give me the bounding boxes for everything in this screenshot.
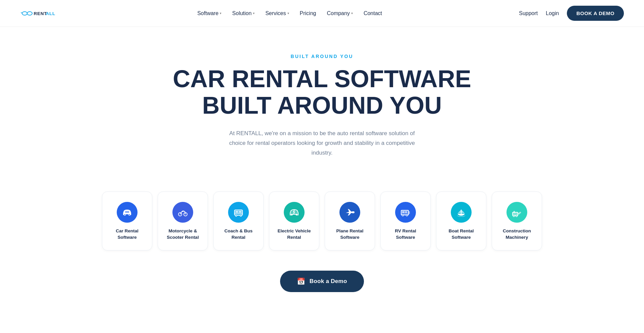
nav-login[interactable]: Login [546, 10, 559, 16]
card-boat[interactable]: Boat Rental Software [436, 191, 486, 251]
svg-point-31 [402, 215, 404, 216]
hero-tag: BUILT AROUND YOU [20, 54, 624, 59]
svg-rect-13 [234, 210, 243, 215]
svg-point-39 [516, 216, 517, 217]
card-moto[interactable]: Motorcycle & Scooter Rental [158, 191, 208, 251]
card-car-rental[interactable]: Car Rental Software [102, 191, 152, 251]
nav-company[interactable]: Company ▾ [327, 10, 353, 16]
ev-icon [284, 202, 305, 223]
card-construction[interactable]: Construction Machinery [492, 191, 542, 251]
svg-point-12 [182, 211, 183, 212]
svg-text:ALL: ALL [46, 11, 56, 16]
car-icon [117, 202, 138, 223]
svg-point-10 [178, 213, 182, 216]
nav-contact[interactable]: Contact [364, 10, 382, 16]
nav-links: Software ▾ Solution ▾ Services ▾ Pricing… [197, 10, 382, 16]
hero-section: BUILT AROUND YOU CAR RENTAL SOFTWARE BUI… [0, 27, 644, 191]
svg-text:RENT: RENT [34, 11, 47, 16]
chevron-down-icon: ▾ [253, 11, 255, 15]
card-boat-label: Boat Rental Software [443, 228, 479, 241]
svg-rect-15 [235, 211, 238, 213]
nav-services[interactable]: Services ▾ [265, 10, 289, 16]
rv-icon [395, 202, 416, 223]
nav-software[interactable]: Software ▾ [197, 10, 221, 16]
boat-icon [451, 202, 472, 223]
svg-point-38 [514, 216, 515, 217]
card-moto-label: Motorcycle & Scooter Rental [165, 228, 201, 241]
category-cards: Car Rental Software Motorcycle & Scooter… [0, 191, 644, 271]
card-plane-label: Plane Rental Software [332, 228, 368, 241]
svg-rect-16 [239, 211, 241, 213]
nav-support[interactable]: Support [519, 10, 538, 16]
navbar: RENT ALL Software ▾ Solution ▾ Services … [0, 0, 644, 27]
chevron-down-icon: ▾ [287, 11, 289, 15]
svg-rect-27 [402, 211, 405, 213]
nav-right: Support Login BOOK A DEMO [519, 6, 624, 21]
svg-point-19 [236, 215, 237, 216]
brand-logo[interactable]: RENT ALL [20, 8, 60, 18]
svg-rect-26 [409, 211, 410, 214]
chevron-down-icon: ▾ [351, 11, 353, 15]
cta-section: 📅 Book a Demo [0, 271, 644, 319]
nav-solution[interactable]: Solution ▾ [232, 10, 255, 16]
card-plane[interactable]: Plane Rental Software [325, 191, 375, 251]
svg-point-8 [129, 214, 130, 215]
book-demo-button[interactable]: BOOK A DEMO [567, 6, 624, 21]
calendar-icon: 📅 [297, 277, 305, 285]
hero-subtitle: At RENTALL, we're on a mission to be the… [228, 129, 416, 158]
card-ev-label: Electric Vehicle Rental [276, 228, 312, 241]
svg-point-23 [296, 214, 298, 216]
card-ev[interactable]: Electric Vehicle Rental [269, 191, 319, 251]
card-bus[interactable]: Coach & Bus Rental [213, 191, 264, 251]
svg-point-7 [124, 214, 125, 215]
plane-icon [339, 202, 360, 223]
nav-pricing[interactable]: Pricing [300, 10, 316, 16]
card-rv[interactable]: RV Rental Software [380, 191, 431, 251]
card-bus-label: Coach & Bus Rental [220, 228, 257, 241]
svg-rect-35 [514, 211, 515, 213]
svg-rect-28 [405, 211, 407, 213]
moto-icon [172, 202, 193, 223]
svg-point-0 [22, 11, 27, 15]
book-demo-main-button[interactable]: 📅 Book a Demo [280, 271, 364, 292]
chevron-down-icon: ▾ [220, 11, 221, 15]
card-car-label: Car Rental Software [109, 228, 145, 241]
card-construction-label: Construction Machinery [499, 228, 535, 241]
svg-point-32 [407, 215, 408, 216]
svg-point-1 [27, 11, 32, 15]
construction-icon [506, 202, 527, 223]
hero-title: CAR RENTAL SOFTWARE BUILT AROUND YOU [20, 66, 624, 119]
svg-point-22 [291, 214, 293, 216]
bus-icon [228, 202, 249, 223]
svg-rect-9 [125, 211, 129, 213]
svg-point-20 [240, 215, 241, 216]
card-rv-label: RV Rental Software [387, 228, 424, 241]
